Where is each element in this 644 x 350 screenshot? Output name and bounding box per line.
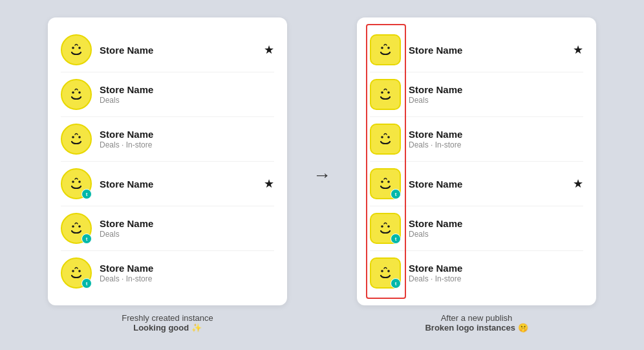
logo-wrapper	[61, 124, 92, 155]
store-row: tStore NameDeals	[61, 206, 274, 251]
store-sub-label: Deals	[409, 96, 583, 105]
store-logo	[61, 124, 92, 155]
svg-point-34	[381, 270, 383, 272]
left-caption: Freshly created instance Looking good ✨	[122, 313, 213, 333]
store-row: Store NameDeals · In-store	[61, 117, 274, 162]
svg-point-1	[72, 47, 74, 49]
store-sub-label: Deals · In-store	[409, 140, 583, 149]
right-caption-line1: After a new publish	[425, 313, 528, 323]
svg-point-6	[65, 128, 87, 150]
badge: t	[81, 234, 92, 244]
logo-wrapper	[61, 34, 92, 65]
logo-wrapper: t	[370, 168, 401, 199]
store-sub-label: Deals · In-store	[100, 140, 274, 149]
store-name-label: Store Name	[100, 263, 274, 274]
store-info: Store NameDeals · In-store	[409, 129, 583, 149]
store-row: tStore Name★	[61, 162, 274, 206]
logo-wrapper	[370, 124, 401, 155]
svg-point-19	[381, 47, 383, 49]
left-panel: Store Name★ Store NameDeals Store NameDe…	[48, 17, 287, 305]
store-info: Store NameDeals	[100, 84, 274, 105]
store-info: Store NameDeals · In-store	[100, 263, 274, 283]
svg-point-26	[387, 136, 390, 138]
svg-point-2	[78, 47, 81, 49]
store-row: Store NameDeals · In-store	[370, 117, 583, 162]
store-info: Store NameDeals	[409, 218, 583, 239]
svg-point-22	[381, 91, 383, 94]
svg-point-24	[374, 128, 396, 150]
store-name-label: Store Name	[100, 218, 274, 229]
badge: t	[81, 189, 92, 199]
store-row: Store Name★	[61, 28, 274, 72]
store-info: Store NameDeals · In-store	[100, 129, 274, 149]
svg-point-13	[72, 225, 74, 228]
store-info: Store Name	[409, 45, 565, 56]
svg-point-16	[72, 270, 74, 272]
svg-point-5	[78, 91, 81, 94]
svg-point-11	[78, 180, 81, 183]
star-icon: ★	[264, 43, 274, 57]
store-row: tStore NameDeals · In-store	[370, 251, 583, 295]
svg-point-25	[381, 136, 383, 138]
arrow-icon: →	[313, 165, 331, 186]
store-sub-label: Deals · In-store	[100, 274, 274, 283]
right-caption-line2: Broken logo instances 🤫	[425, 323, 528, 333]
store-row: Store NameDeals	[370, 72, 583, 117]
store-sub-label: Deals	[100, 96, 274, 105]
store-row: tStore NameDeals	[370, 206, 583, 251]
svg-point-32	[387, 225, 390, 228]
store-row: tStore Name★	[370, 162, 583, 206]
svg-point-23	[387, 91, 390, 94]
badge: t	[391, 189, 401, 199]
right-panel: Store Name★ Store NameDeals Store NameDe…	[357, 17, 596, 305]
svg-point-28	[381, 180, 383, 183]
store-info: Store NameDeals · In-store	[409, 263, 583, 283]
store-info: Store Name	[100, 179, 256, 190]
svg-point-4	[72, 91, 74, 94]
store-sub-label: Deals	[409, 230, 583, 239]
store-name-label: Store Name	[100, 84, 274, 95]
store-sub-label: Deals · In-store	[409, 274, 583, 283]
store-logo	[61, 34, 92, 65]
logo-wrapper: t	[61, 213, 92, 244]
right-panel-wrapper: Store Name★ Store NameDeals Store NameDe…	[357, 17, 596, 333]
store-info: Store Name	[409, 179, 565, 190]
svg-point-10	[72, 180, 74, 183]
main-container: Store Name★ Store NameDeals Store NameDe…	[35, 5, 609, 345]
store-row: Store NameDeals	[61, 72, 274, 117]
right-caption: After a new publish Broken logo instance…	[425, 313, 528, 333]
badge: t	[391, 234, 401, 244]
store-logo	[370, 124, 401, 155]
badge: t	[391, 278, 401, 289]
svg-point-3	[65, 83, 87, 105]
svg-point-14	[78, 225, 81, 228]
logo-wrapper: t	[370, 257, 401, 289]
store-info: Store NameDeals	[100, 218, 274, 239]
logo-wrapper: t	[370, 213, 401, 244]
left-caption-line2: Looking good ✨	[122, 323, 213, 333]
svg-point-20	[387, 47, 390, 49]
store-info: Store Name	[100, 45, 256, 56]
left-caption-line1: Freshly created instance	[122, 313, 213, 323]
svg-point-35	[387, 270, 390, 272]
store-row: Store Name★	[370, 28, 583, 72]
store-name-label: Store Name	[409, 263, 583, 274]
store-name-label: Store Name	[409, 129, 583, 140]
store-sub-label: Deals	[100, 230, 274, 239]
store-logo	[61, 79, 92, 110]
svg-point-21	[374, 83, 396, 105]
store-name-label: Store Name	[100, 129, 274, 140]
badge: t	[81, 278, 92, 289]
star-icon: ★	[264, 177, 274, 191]
svg-point-31	[381, 225, 383, 228]
logo-wrapper	[61, 79, 92, 110]
logo-wrapper: t	[61, 168, 92, 199]
store-name-label: Store Name	[100, 179, 256, 190]
store-logo	[370, 79, 401, 110]
svg-point-17	[78, 270, 81, 272]
left-panel-wrapper: Store Name★ Store NameDeals Store NameDe…	[48, 17, 287, 333]
svg-point-0	[65, 39, 87, 61]
store-info: Store NameDeals	[409, 84, 583, 105]
svg-point-29	[387, 180, 390, 183]
svg-point-18	[374, 39, 396, 61]
